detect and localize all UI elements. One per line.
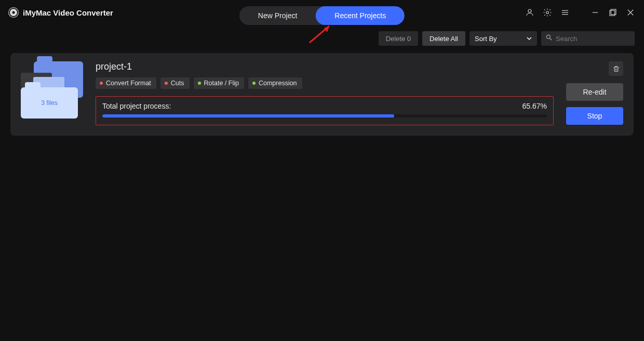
search-box[interactable]: [541, 31, 635, 46]
svg-rect-8: [611, 9, 616, 15]
maximize-icon[interactable]: [608, 7, 618, 18]
delete-project-button[interactable]: [609, 61, 623, 76]
toolbar: Delete 0 Delete All Sort By: [0, 28, 644, 49]
dot-icon: [165, 82, 168, 85]
project-body: project-1 Convert Format Cuts Rotate / F…: [96, 61, 554, 125]
dot-icon: [100, 82, 103, 85]
tab-recent-projects[interactable]: Recent Projects: [316, 6, 405, 25]
settings-icon[interactable]: [542, 7, 553, 18]
stop-button[interactable]: Stop: [566, 107, 623, 125]
progress-box: Total project process: 65.67%: [96, 96, 554, 125]
account-icon[interactable]: [525, 7, 535, 18]
tag-rotate-flip: Rotate / Flip: [194, 77, 244, 89]
window-controls: [525, 7, 636, 18]
svg-point-1: [12, 11, 15, 14]
titlebar: iMyMac Video Converter New Project Recen…: [0, 0, 644, 25]
project-card: 3 files project-1 Convert Format Cuts Ro…: [10, 53, 634, 136]
close-icon[interactable]: [625, 7, 636, 18]
svg-rect-9: [610, 10, 615, 16]
minimize-icon[interactable]: [590, 7, 600, 18]
app-logo-icon: [8, 7, 19, 18]
search-icon: [545, 34, 553, 43]
delete-count-button[interactable]: Delete 0: [379, 31, 418, 46]
progress-bar-fill: [102, 114, 394, 117]
dot-icon: [198, 82, 201, 85]
progress-bar: [102, 114, 547, 117]
tag-compression: Compression: [248, 77, 302, 89]
reedit-button[interactable]: Re-edit: [566, 83, 623, 101]
svg-point-3: [546, 11, 549, 14]
project-tags: Convert Format Cuts Rotate / Flip Compre…: [96, 77, 554, 89]
tab-new-project[interactable]: New Project: [239, 6, 316, 25]
progress-label: Total project process:: [102, 102, 171, 110]
project-title: project-1: [96, 61, 554, 72]
delete-all-button[interactable]: Delete All: [422, 31, 465, 46]
tag-convert-format: Convert Format: [96, 77, 156, 89]
svg-point-2: [528, 9, 531, 12]
menu-icon[interactable]: [560, 7, 570, 18]
app-title: iMyMac Video Converter: [23, 8, 113, 17]
search-input[interactable]: [556, 35, 630, 43]
progress-percent: 65.67%: [522, 102, 547, 110]
file-count-label: 3 files: [41, 99, 57, 107]
tag-cuts: Cuts: [160, 77, 190, 89]
sort-by-label: Sort By: [475, 35, 497, 43]
sort-by-dropdown[interactable]: Sort By: [469, 31, 537, 46]
project-actions: Re-edit Stop: [566, 61, 623, 125]
dot-icon: [252, 82, 256, 85]
svg-point-14: [546, 35, 550, 38]
tab-switch: New Project Recent Projects: [239, 6, 405, 25]
chevron-down-icon: [527, 35, 532, 43]
app-brand: iMyMac Video Converter: [8, 7, 113, 18]
project-thumbnail: 3 files: [21, 61, 83, 119]
svg-line-15: [550, 38, 552, 41]
